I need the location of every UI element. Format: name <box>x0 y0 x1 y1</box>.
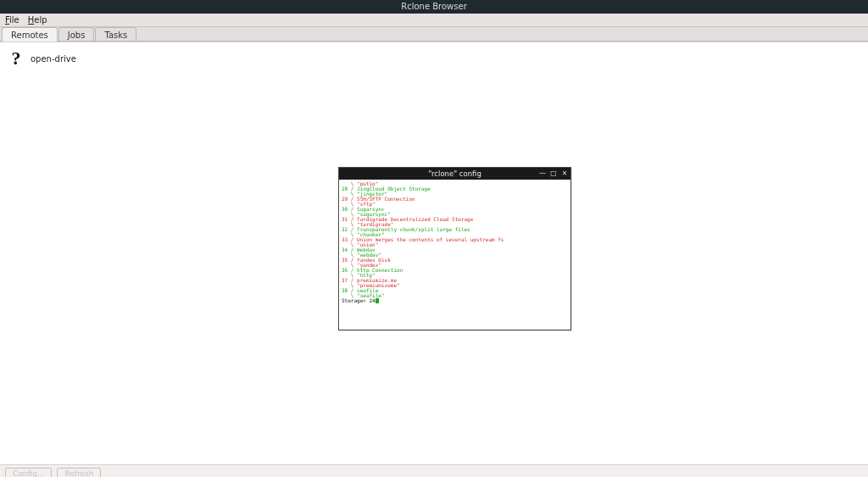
remote-label: open-drive <box>31 54 76 64</box>
question-mark-icon: ? <box>8 49 24 68</box>
window-title: Rclone Browser <box>401 2 467 11</box>
bottom-bar: Config... Refresh <box>0 464 868 477</box>
close-icon[interactable]: ✕ <box>560 169 569 178</box>
minimize-icon[interactable]: — <box>538 169 547 178</box>
terminal-body[interactable]: \ "putio"28 / JingCloud Object Storage \… <box>339 180 570 305</box>
cursor-icon <box>376 298 379 303</box>
maximize-icon[interactable]: □ <box>549 169 558 178</box>
terminal-window: "rclone" config — □ ✕ \ "putio"28 / Jing… <box>338 167 571 330</box>
window-titlebar: Rclone Browser <box>0 0 868 14</box>
menu-help[interactable]: Help <box>28 15 47 25</box>
menubar: File Help <box>0 14 868 27</box>
tab-jobs[interactable]: Jobs <box>58 27 95 41</box>
refresh-button[interactable]: Refresh <box>57 468 101 477</box>
remote-item[interactable]: ? open-drive <box>5 47 80 69</box>
tabs-row: Remotes Jobs Tasks <box>0 27 868 42</box>
terminal-prompt[interactable]: Storage> 24 <box>342 298 568 303</box>
tab-remotes[interactable]: Remotes <box>2 27 58 42</box>
terminal-title: "rclone" config <box>339 169 570 178</box>
tab-tasks[interactable]: Tasks <box>95 27 136 41</box>
terminal-titlebar[interactable]: "rclone" config — □ ✕ <box>339 168 570 180</box>
menu-file[interactable]: File <box>5 15 19 25</box>
config-button[interactable]: Config... <box>5 468 52 477</box>
